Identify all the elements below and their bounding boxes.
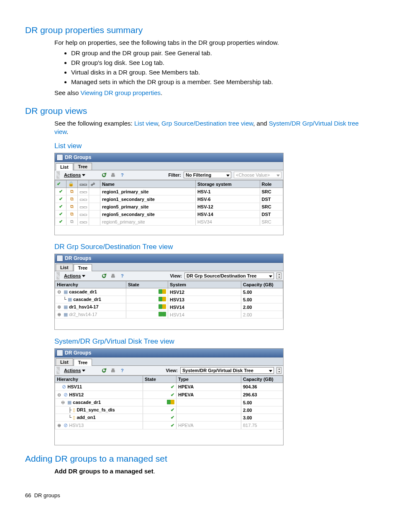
check-icon: ✔ xyxy=(171,392,174,397)
state-icon xyxy=(167,400,174,404)
list-item: Virtual disks in a DR group. See Members… xyxy=(71,69,374,76)
col-storage[interactable]: Storage system xyxy=(195,180,260,188)
actions-menu[interactable]: Actions xyxy=(62,172,87,177)
page-number: 66 xyxy=(25,492,31,499)
actions-menu[interactable]: Actions xyxy=(62,368,87,373)
tree-row[interactable]: └ ▦ cascade_dr1HSV135.00 xyxy=(55,296,283,303)
state-icon xyxy=(159,297,166,301)
state-icon xyxy=(159,304,166,309)
tree-row[interactable]: ⊖ ⊘ HSV12✔HPEVA296.63 xyxy=(55,391,283,399)
page-footer: 66 DR groups xyxy=(25,492,374,499)
col-pair[interactable]: ▭▭ xyxy=(78,180,89,188)
window-icon xyxy=(56,154,63,161)
list-item: DR group's log disk. See Log tab. xyxy=(71,59,374,66)
toolbar-handle[interactable] xyxy=(56,171,60,179)
window-titlebar: DR Groups xyxy=(55,254,283,263)
tree-row[interactable]: └ ▯ add_on1✔3.00 xyxy=(55,414,283,421)
view-dropdown[interactable]: System/DR Grp/Virtual Disk Tree xyxy=(180,367,274,374)
expand-toggle[interactable]: ⊖ xyxy=(57,289,61,295)
help-icon[interactable]: ? xyxy=(119,172,125,178)
table-row[interactable]: ✔⧉▭▭region5_primary_siteHSV-12SRC xyxy=(55,203,283,211)
print-icon[interactable]: 🖶 xyxy=(110,172,116,178)
drgroup-icon: ▦ xyxy=(67,400,72,405)
col-system[interactable]: System xyxy=(168,281,241,288)
print-icon[interactable]: 🖶 xyxy=(110,272,116,279)
toolbar: Actions 🖶 ? View: DR Grp Source/Destinat… xyxy=(55,271,283,281)
tab-tree[interactable]: Tree xyxy=(74,264,92,271)
tabrow: List Tree xyxy=(55,263,283,271)
toolbar: Actions 🖶 ? View: System/DR Grp/Virtual … xyxy=(55,366,283,375)
toolbar-handle[interactable] xyxy=(56,272,60,280)
tree-row[interactable]: ├ ▯ DR1_sync_fs_dis✔2.00 xyxy=(55,406,283,414)
view-label: View: xyxy=(166,368,178,373)
vdisk-icon: ▯ xyxy=(73,407,75,412)
tree-row[interactable]: ⊕ ▦ dr1_hsv14-17HSV142.00 xyxy=(55,303,283,311)
list-item: Managed sets in which the DR group is a … xyxy=(71,78,374,85)
table-row[interactable]: ✔⧉▭▭region6_primary_siteHSV34SRC xyxy=(55,218,283,226)
link-viewing-properties[interactable]: Viewing DR group properties xyxy=(81,89,161,96)
help-icon[interactable]: ? xyxy=(119,272,125,279)
expand-toggle[interactable]: ⊖ xyxy=(57,392,61,398)
toolbar-handle[interactable] xyxy=(56,367,60,374)
col-hierarchy[interactable]: Hierarchy xyxy=(55,376,143,383)
col-state[interactable]: State xyxy=(126,281,168,288)
tab-tree[interactable]: Tree xyxy=(74,359,92,366)
col-hierarchy[interactable]: Hierarchy xyxy=(55,281,126,288)
print-icon[interactable]: 🖶 xyxy=(110,367,116,374)
col-lock[interactable]: 🔒 xyxy=(66,180,78,188)
heading-list-view: List view xyxy=(54,142,374,150)
filter-dropdown[interactable]: No Filtering xyxy=(184,172,231,178)
col-status[interactable]: ✔ xyxy=(55,180,66,188)
col-role[interactable]: Role xyxy=(260,180,283,188)
help-icon[interactable]: ? xyxy=(119,367,125,374)
tree-row[interactable]: ⊕ ▦ dr2_hsv14-17HSV142.00 xyxy=(55,311,283,319)
tree-row[interactable]: ⊕ ⊘ HSV13✔HPEVA817.75 xyxy=(55,421,283,429)
tree-row[interactable]: ⊖ ▦ cascade_dr15.00 xyxy=(55,399,283,406)
state-icon xyxy=(159,289,166,294)
check-icon: ✔ xyxy=(171,407,174,412)
col-state[interactable]: State xyxy=(143,376,176,383)
spinner[interactable]: ▴▾ xyxy=(276,367,281,374)
list-table: ✔ 🔒 ▭▭ ☍ Name Storage system Role ✔⧉▭▭re… xyxy=(55,180,283,226)
refresh-icon[interactable] xyxy=(100,367,107,374)
tree-row[interactable]: ⊖ ▦ cascade_dr1HSV125.00 xyxy=(55,288,283,296)
expand-toggle[interactable]: ⊖ xyxy=(61,400,65,405)
expand-toggle[interactable]: ⊕ xyxy=(57,304,61,310)
table-row[interactable]: ✔⧉▭▭region1_secondary_siteHSV-6DST xyxy=(55,195,283,203)
col-type[interactable]: Type xyxy=(176,376,241,383)
screenshot-srcdest-tree: DR Groups List Tree Actions 🖶 ? View: DR… xyxy=(54,254,284,330)
section-name: DR groups xyxy=(34,492,60,499)
drgroup-icon: ▦ xyxy=(68,297,72,302)
refresh-icon[interactable] xyxy=(100,272,107,279)
window-icon xyxy=(56,255,63,262)
tab-list[interactable]: List xyxy=(56,264,73,271)
link-list-view[interactable]: List view xyxy=(134,120,158,127)
tab-list[interactable]: List xyxy=(56,358,73,365)
drgroup-icon: ▦ xyxy=(64,304,68,309)
heading-adding: Adding DR groups to a managed set xyxy=(25,454,374,464)
choose-value-dropdown[interactable]: <Choose Value> xyxy=(234,172,281,178)
refresh-icon[interactable] xyxy=(100,172,107,178)
drgroup-icon: ▦ xyxy=(64,289,68,294)
view-dropdown[interactable]: DR Grp Source/Destination Tree xyxy=(184,272,274,279)
tree-table: Hierarchy State System Capacity (GB) ⊖ ▦… xyxy=(55,281,283,319)
col-capacity[interactable]: Capacity (GB) xyxy=(241,281,283,288)
heading-summary: DR group properties summary xyxy=(25,25,374,35)
table-row[interactable]: ✔⧉▭▭region5_secondary_siteHSV-14DST xyxy=(55,211,283,218)
tree-row[interactable]: ⊘ HSV11✔HPEVA904.36 xyxy=(55,383,283,391)
col-link[interactable]: ☍ xyxy=(89,180,100,188)
window-icon xyxy=(56,350,63,356)
list-item: DR group and the DR group pair. See Gene… xyxy=(71,49,374,57)
filter-label: Filter: xyxy=(168,172,181,177)
col-capacity[interactable]: Capacity (GB) xyxy=(241,376,283,383)
table-row[interactable]: ✔⧉▭▭region1_primary_siteHSV-1SRC xyxy=(55,188,283,195)
views-intro: See the following examples: List view, G… xyxy=(54,119,374,136)
link-srcdest-view[interactable]: Grp Source/Destination tree view xyxy=(161,120,253,127)
summary-intro: For help on properties, see the followin… xyxy=(54,39,374,47)
tab-list[interactable]: List xyxy=(56,163,73,170)
heading-srcdest-view: DR Grp Source/Destination Tree view xyxy=(54,243,374,251)
spinner[interactable]: ▴▾ xyxy=(276,272,281,279)
actions-menu[interactable]: Actions xyxy=(62,273,87,278)
tab-tree[interactable]: Tree xyxy=(74,163,92,170)
col-name[interactable]: Name xyxy=(100,180,196,188)
